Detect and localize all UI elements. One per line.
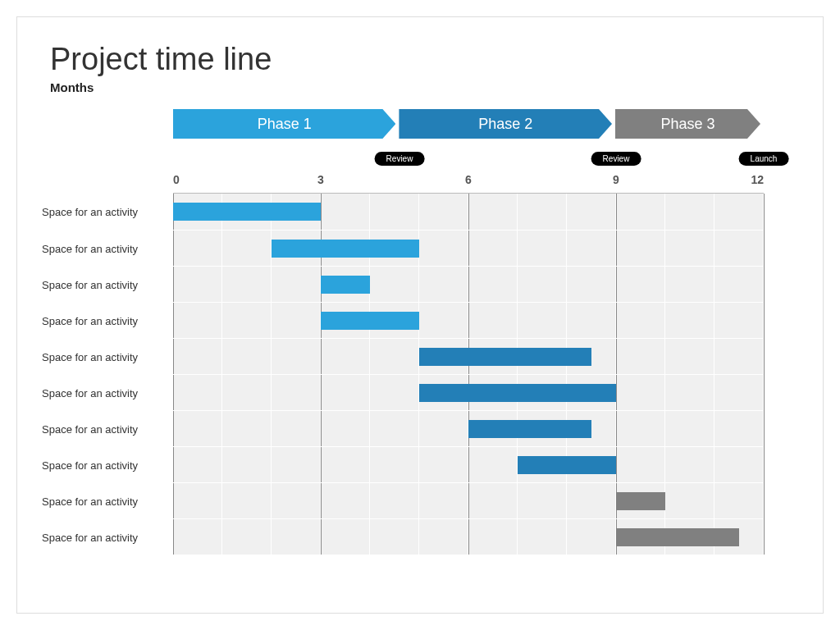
milestone-pill-1: Review (375, 152, 425, 166)
grid-major-line (764, 194, 765, 555)
activity-bar (321, 276, 370, 294)
gantt-chart: Space for an activitySpace for an activi… (173, 193, 764, 555)
activity-bar (272, 240, 419, 258)
gantt-row: Space for an activity (173, 482, 764, 518)
milestone-pill-3: Launch (739, 152, 789, 166)
activity-label: Space for an activity (42, 350, 165, 363)
milestone-pill-2: Review (591, 152, 641, 166)
phase-arrow-2: Phase 2 (399, 109, 612, 139)
slide-frame: Project time line Months Phase 1Phase 2P… (16, 16, 824, 614)
page-subtitle: Months (50, 80, 790, 94)
axis-tick: 3 (317, 173, 324, 186)
axis-tick: 9 (613, 173, 619, 186)
gantt-row: Space for an activity (173, 194, 764, 230)
activity-label: Space for an activity (42, 206, 165, 218)
activity-label: Space for an activity (42, 459, 165, 471)
gantt-row: Space for an activity (173, 338, 764, 374)
chart-area: Phase 1Phase 2Phase 3 ReviewReviewLaunch… (173, 109, 764, 555)
activity-bar (419, 348, 591, 366)
activity-label: Space for an activity (42, 314, 165, 326)
activity-label: Space for an activity (42, 495, 165, 507)
phase-row: Phase 1Phase 2Phase 3 (173, 109, 764, 139)
activity-bar (468, 420, 591, 438)
gantt-row: Space for an activity (173, 374, 764, 410)
activity-bar (419, 384, 616, 402)
activity-bar (616, 492, 665, 510)
activity-label: Space for an activity (42, 386, 165, 399)
activity-bar (321, 312, 419, 330)
activity-label: Space for an activity (42, 531, 165, 543)
activity-label: Space for an activity (42, 422, 165, 435)
phase-arrow-1: Phase 1 (173, 109, 395, 139)
activity-bar (616, 528, 739, 546)
gantt-row: Space for an activity (173, 410, 764, 446)
gantt-row: Space for an activity (173, 302, 764, 338)
milestone-row: ReviewReviewLaunch (173, 152, 764, 171)
gantt-row: Space for an activity (173, 446, 764, 482)
gantt-row: Space for an activity (173, 518, 764, 555)
axis-row: 036912 (173, 173, 764, 193)
page-title: Project time line (50, 42, 790, 77)
activity-bar (173, 203, 321, 221)
gantt-row: Space for an activity (173, 230, 764, 266)
axis-tick: 12 (751, 173, 764, 186)
gantt-row: Space for an activity (173, 266, 764, 302)
axis-tick: 6 (465, 173, 472, 186)
activity-label: Space for an activity (42, 242, 165, 254)
activity-bar (518, 456, 616, 474)
axis-tick: 0 (173, 173, 180, 186)
phase-arrow-3: Phase 3 (615, 109, 760, 139)
activity-label: Space for an activity (42, 278, 165, 290)
